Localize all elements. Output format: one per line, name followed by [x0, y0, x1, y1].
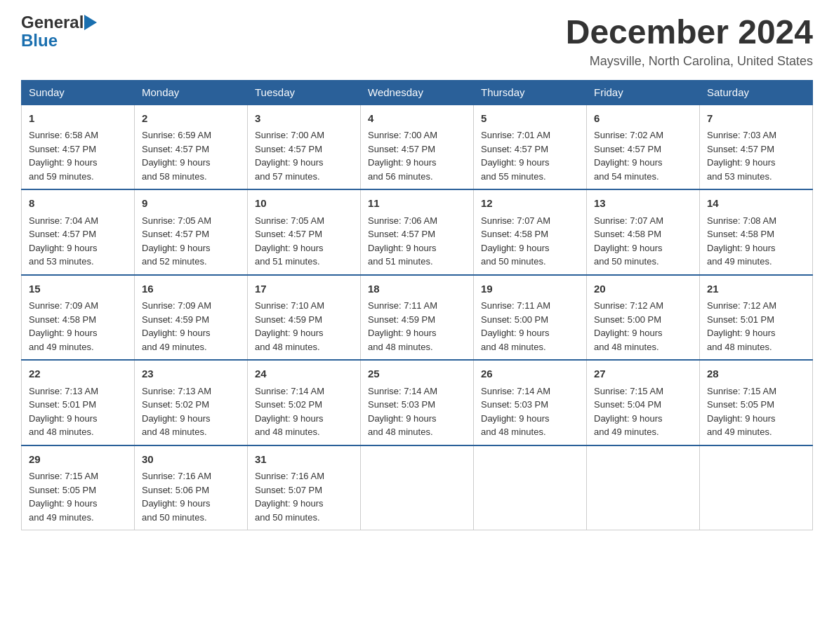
day-info: and 48 minutes. [255, 425, 353, 439]
calendar-cell: 3Sunrise: 7:00 AMSunset: 4:57 PMDaylight… [248, 105, 361, 190]
day-info: Sunrise: 7:12 AM [707, 299, 805, 313]
day-info: Sunset: 4:58 PM [481, 227, 579, 241]
day-number: 9 [142, 196, 240, 212]
day-number: 27 [594, 366, 692, 382]
day-info: Daylight: 9 hours [481, 326, 579, 340]
day-info: and 56 minutes. [368, 170, 466, 184]
day-info: Sunrise: 7:16 AM [255, 469, 353, 483]
day-info: Sunrise: 7:07 AM [481, 214, 579, 228]
day-number: 23 [142, 366, 240, 382]
calendar-cell: 22Sunrise: 7:13 AMSunset: 5:01 PMDayligh… [22, 360, 135, 445]
day-number: 17 [255, 281, 353, 297]
day-info: Sunrise: 7:13 AM [142, 384, 240, 398]
calendar-cell: 5Sunrise: 7:01 AMSunset: 4:57 PMDaylight… [474, 105, 587, 190]
day-info: Daylight: 9 hours [255, 326, 353, 340]
day-number: 30 [142, 452, 240, 468]
day-info: Sunset: 5:03 PM [368, 398, 466, 412]
calendar-cell: 10Sunrise: 7:05 AMSunset: 4:57 PMDayligh… [248, 189, 361, 275]
day-info: and 50 minutes. [594, 255, 692, 269]
calendar-week-row: 8Sunrise: 7:04 AMSunset: 4:57 PMDaylight… [22, 189, 813, 275]
day-info: Sunrise: 7:07 AM [594, 214, 692, 228]
day-info: Sunset: 4:57 PM [255, 227, 353, 241]
day-info: Sunset: 5:02 PM [255, 398, 353, 412]
day-info: Sunrise: 7:06 AM [368, 214, 466, 228]
calendar-cell: 11Sunrise: 7:06 AMSunset: 4:57 PMDayligh… [361, 189, 474, 275]
day-info: Sunrise: 7:05 AM [255, 214, 353, 228]
calendar-cell [361, 445, 474, 530]
day-number: 12 [481, 196, 579, 212]
day-info: and 53 minutes. [707, 170, 805, 184]
day-number: 19 [481, 281, 579, 297]
day-info: Sunrise: 6:58 AM [29, 128, 127, 142]
day-info: Sunrise: 6:59 AM [142, 128, 240, 142]
logo: General Blue [21, 14, 98, 51]
day-info: Sunset: 5:01 PM [707, 313, 805, 327]
calendar-cell: 8Sunrise: 7:04 AMSunset: 4:57 PMDaylight… [22, 189, 135, 275]
day-info: Sunset: 4:57 PM [29, 227, 127, 241]
header-thursday: Thursday [474, 80, 587, 105]
day-info: Daylight: 9 hours [142, 156, 240, 170]
day-number: 18 [368, 281, 466, 297]
calendar-cell: 20Sunrise: 7:12 AMSunset: 5:00 PMDayligh… [587, 275, 700, 361]
header-monday: Monday [135, 80, 248, 105]
day-info: Sunrise: 7:09 AM [29, 299, 127, 313]
day-info: Sunset: 5:06 PM [142, 483, 240, 497]
day-number: 6 [594, 111, 692, 127]
day-info: and 57 minutes. [255, 170, 353, 184]
calendar-cell [474, 445, 587, 530]
day-info: Sunset: 5:00 PM [481, 313, 579, 327]
day-info: Sunset: 4:59 PM [368, 313, 466, 327]
day-info: and 48 minutes. [594, 340, 692, 354]
calendar-cell: 30Sunrise: 7:16 AMSunset: 5:06 PMDayligh… [135, 445, 248, 530]
day-info: Sunrise: 7:02 AM [594, 128, 692, 142]
day-info: Sunset: 4:57 PM [142, 142, 240, 156]
day-info: Daylight: 9 hours [29, 156, 127, 170]
calendar-cell [587, 445, 700, 530]
day-info: Daylight: 9 hours [142, 241, 240, 255]
day-info: and 48 minutes. [368, 340, 466, 354]
day-number: 22 [29, 366, 127, 382]
day-info: Sunset: 5:02 PM [142, 398, 240, 412]
day-number: 4 [368, 111, 466, 127]
day-info: Sunset: 4:57 PM [594, 142, 692, 156]
day-info: and 51 minutes. [255, 255, 353, 269]
day-info: Sunrise: 7:13 AM [29, 384, 127, 398]
day-info: Daylight: 9 hours [29, 497, 127, 511]
day-info: Sunrise: 7:14 AM [481, 384, 579, 398]
calendar-cell: 15Sunrise: 7:09 AMSunset: 4:58 PMDayligh… [22, 275, 135, 361]
day-info: Daylight: 9 hours [707, 156, 805, 170]
day-info: Sunset: 5:05 PM [707, 398, 805, 412]
day-info: Sunset: 4:58 PM [707, 227, 805, 241]
day-info: Sunrise: 7:12 AM [594, 299, 692, 313]
day-info: and 52 minutes. [142, 255, 240, 269]
calendar-week-row: 15Sunrise: 7:09 AMSunset: 4:58 PMDayligh… [22, 275, 813, 361]
calendar-week-row: 22Sunrise: 7:13 AMSunset: 5:01 PMDayligh… [22, 360, 813, 445]
day-info: Daylight: 9 hours [29, 412, 127, 426]
day-info: Sunset: 5:01 PM [29, 398, 127, 412]
day-info: Daylight: 9 hours [594, 156, 692, 170]
day-info: Sunset: 4:57 PM [481, 142, 579, 156]
day-number: 24 [255, 366, 353, 382]
day-info: Daylight: 9 hours [142, 412, 240, 426]
calendar-cell: 24Sunrise: 7:14 AMSunset: 5:02 PMDayligh… [248, 360, 361, 445]
calendar-cell: 23Sunrise: 7:13 AMSunset: 5:02 PMDayligh… [135, 360, 248, 445]
day-info: Daylight: 9 hours [594, 412, 692, 426]
calendar-cell [700, 445, 813, 530]
day-info: Daylight: 9 hours [707, 412, 805, 426]
calendar-cell: 27Sunrise: 7:15 AMSunset: 5:04 PMDayligh… [587, 360, 700, 445]
day-info: Sunrise: 7:05 AM [142, 214, 240, 228]
calendar-cell: 28Sunrise: 7:15 AMSunset: 5:05 PMDayligh… [700, 360, 813, 445]
day-info: and 48 minutes. [707, 340, 805, 354]
day-number: 3 [255, 111, 353, 127]
day-number: 2 [142, 111, 240, 127]
day-info: Sunrise: 7:15 AM [707, 384, 805, 398]
day-info: and 49 minutes. [29, 340, 127, 354]
day-info: and 53 minutes. [29, 255, 127, 269]
svg-marker-0 [84, 15, 97, 30]
day-number: 8 [29, 196, 127, 212]
day-info: and 48 minutes. [29, 425, 127, 439]
day-info: Daylight: 9 hours [481, 241, 579, 255]
day-info: Daylight: 9 hours [29, 241, 127, 255]
day-info: Sunrise: 7:15 AM [594, 384, 692, 398]
day-info: and 59 minutes. [29, 170, 127, 184]
